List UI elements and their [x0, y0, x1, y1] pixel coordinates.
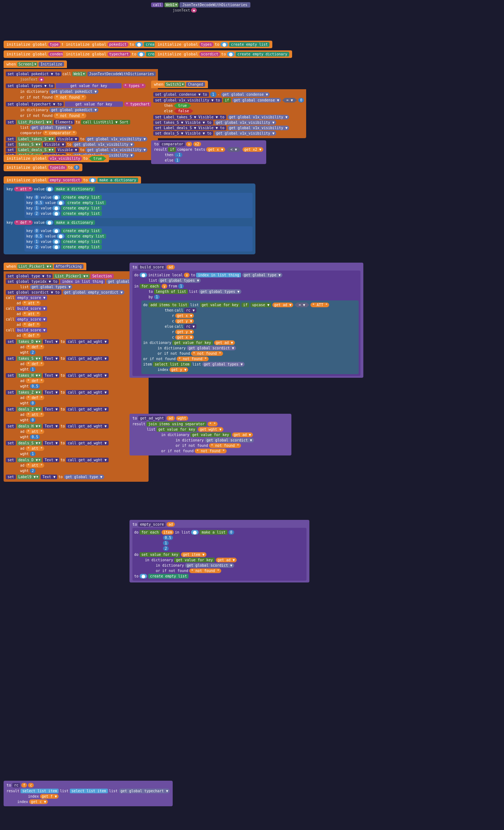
init-typeidx: initialize global typeidx to 0: [4, 164, 82, 171]
screen1-do-body: set global pokedict ▼ to call Web1 JsonT…: [4, 69, 158, 160]
jsontext-label: jsonText: [173, 8, 190, 12]
proc-build-score: to build_score ad do ⬤ initialize local …: [130, 263, 363, 378]
call-keyword: call: [151, 3, 163, 7]
comparator-proc: to comparator x x2 result if compare tex…: [151, 140, 266, 164]
method-name: JsonTextDecodeWithDictionaries: [180, 2, 250, 8]
web1-dropdown[interactable]: Web1: [164, 3, 178, 7]
when-switch1-changed: when Switch1 Changed: [151, 81, 208, 88]
proc-empty-score: to empty_score ad do for each item in li…: [130, 520, 309, 582]
jsontext-value: ◆: [191, 8, 197, 13]
top-call-block: call Web1 JsonTextDecodeWithDictionaries…: [151, 2, 250, 13]
when-listpicker1-afterpicking: when List_Picker1 ▼ AfterPicking: [4, 263, 86, 270]
proc-get-ad-wght: to get_ad_wght ad wght result join items…: [130, 414, 291, 455]
when-screen1-initialize: when Screen1 Initialize: [4, 60, 67, 68]
init-empty-scordict: initialize global empty_scordict to ⬤ ma…: [4, 176, 141, 184]
init-global-types: initialize global types to ⬤ create empt…: [155, 41, 272, 48]
init-v1x-visibility: initialize global v1x_visibility to true: [4, 155, 109, 162]
switch1-do-body: set global condense ▼ to 1 - get global …: [151, 89, 306, 138]
listpicker-do-body: set global type ▼ to List_Picker1 ▼ Sele…: [4, 271, 149, 482]
init-type-text: initialize global: [6, 42, 47, 47]
type-var: type: [48, 42, 60, 47]
init-global-scordict: initialize global scordict to ⬤ create e…: [155, 50, 292, 58]
proc-rc: to rc f c result select list item list s…: [4, 781, 173, 806]
empty-scordict-dict-block: key * att * value ⬤ make a dictionary ke…: [4, 183, 255, 254]
